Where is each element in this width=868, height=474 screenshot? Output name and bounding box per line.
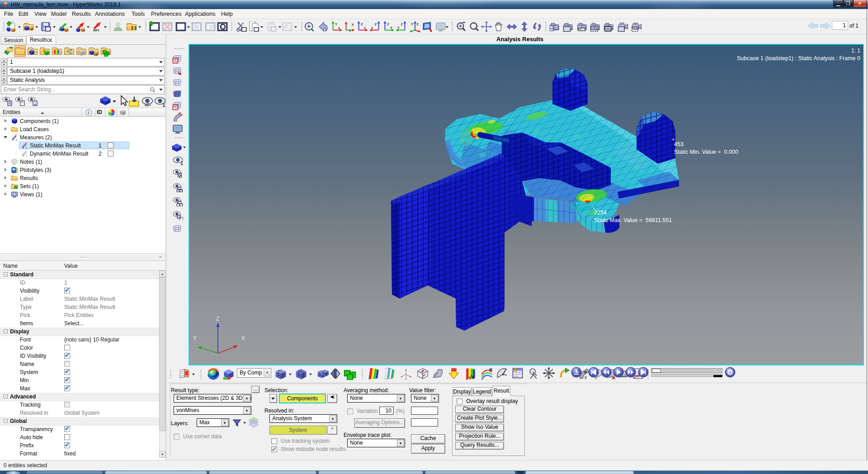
svg-text:PPT: PPT [94, 29, 100, 32]
svg-text:Y: Y [390, 26, 392, 30]
svg-text:Z: Z [416, 22, 419, 26]
svg-text:1: 1 [180, 161, 183, 165]
svg-text:1: 1 [162, 102, 165, 107]
svg-text:X: X [241, 335, 245, 341]
svg-text:√x: √x [469, 374, 475, 380]
svg-text:x: x [371, 26, 373, 30]
svg-text:Y: Y [335, 22, 337, 26]
svg-text:Z: Z [401, 22, 403, 26]
svg-text:Y: Y [397, 26, 400, 30]
svg-text:x: x [26, 147, 27, 149]
svg-text:Z: Z [216, 316, 219, 322]
svg-text:x: x [585, 374, 587, 380]
svg-text:i: i [88, 110, 89, 115]
svg-text:Y: Y [349, 29, 351, 32]
svg-text:Y: Y [193, 335, 197, 341]
svg-text:Z: Z [375, 22, 377, 26]
svg-text:+/–: +/– [145, 102, 151, 107]
svg-text:x: x [26, 155, 27, 157]
svg-text:X: X [352, 23, 354, 27]
svg-text:Y: Y [411, 22, 413, 26]
svg-text:Z: Z [361, 22, 363, 26]
svg-text:x: x [16, 138, 17, 141]
svg-text:Z: Z [387, 22, 389, 26]
